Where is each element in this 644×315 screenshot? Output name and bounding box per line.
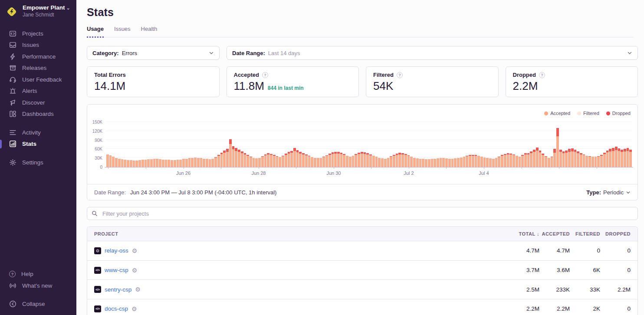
chart-bar[interactable]: [577, 151, 579, 167]
chart-bar[interactable]: [285, 154, 287, 167]
chart-bar[interactable]: [141, 160, 144, 167]
project-link-docs-csp[interactable]: docs-csp: [105, 305, 128, 312]
chart-bar[interactable]: [612, 148, 614, 167]
chart-bar[interactable]: [629, 150, 632, 167]
chart-bar[interactable]: [322, 157, 325, 167]
chart-bar[interactable]: [565, 151, 568, 167]
sidebar-item-releases[interactable]: Releases: [0, 62, 76, 74]
chart-bar[interactable]: [253, 158, 255, 167]
chart-bar[interactable]: [174, 160, 176, 167]
chart-bar[interactable]: [398, 153, 401, 167]
chart-bar[interactable]: [585, 156, 588, 167]
chart-bars[interactable]: [106, 122, 631, 167]
chart-bar[interactable]: [533, 150, 536, 167]
chart-bar[interactable]: [519, 157, 521, 167]
chart-bar[interactable]: [583, 154, 585, 167]
chart-bar[interactable]: [559, 150, 562, 167]
chart-bar[interactable]: [364, 152, 366, 167]
chart-bar[interactable]: [296, 150, 299, 167]
chart-bar[interactable]: [387, 158, 390, 167]
chart-bar[interactable]: [194, 158, 197, 167]
chart-bar[interactable]: [591, 157, 594, 167]
chart-bar[interactable]: [556, 128, 559, 167]
chart-bar[interactable]: [442, 158, 445, 167]
project-link-relay-oss[interactable]: relay-oss: [105, 247, 128, 254]
sidebar-item-help[interactable]: ?Help: [0, 269, 76, 280]
chart-bar[interactable]: [206, 159, 208, 167]
chart-bar[interactable]: [150, 159, 153, 167]
chart-bar[interactable]: [279, 157, 281, 167]
chart-bar[interactable]: [553, 149, 556, 167]
chart-bar[interactable]: [460, 158, 463, 167]
chart-bar[interactable]: [244, 153, 246, 167]
chart-bar[interactable]: [165, 160, 168, 167]
chart-bar[interactable]: [302, 153, 305, 167]
column-header-filtered[interactable]: FILTERED: [570, 231, 600, 236]
chart-bar[interactable]: [261, 156, 264, 167]
chart-bar[interactable]: [477, 156, 480, 167]
chart-bar[interactable]: [627, 148, 629, 167]
chart-bar[interactable]: [288, 152, 290, 167]
chart-bar[interactable]: [513, 154, 515, 167]
sidebar-item-projects[interactable]: Projects: [0, 28, 76, 39]
chart-bar[interactable]: [191, 158, 194, 167]
chart-bar[interactable]: [463, 157, 466, 167]
sidebar-item-what-s-new[interactable]: What's new: [0, 280, 76, 292]
chart-bar[interactable]: [375, 157, 378, 167]
chart-bar[interactable]: [127, 160, 129, 167]
chart-bar[interactable]: [229, 139, 232, 167]
usage-chart[interactable]: AcceptedFilteredDropped 030K60K90K120K15…: [87, 105, 637, 184]
chart-bar[interactable]: [384, 159, 387, 167]
chart-bar[interactable]: [530, 151, 532, 167]
chart-bar[interactable]: [273, 155, 276, 167]
tab-health[interactable]: Health: [141, 26, 158, 37]
chart-bar[interactable]: [434, 159, 436, 167]
chart-bar[interactable]: [422, 159, 424, 167]
chart-bar[interactable]: [390, 156, 392, 167]
chart-bar[interactable]: [509, 154, 512, 167]
chart-bar[interactable]: [545, 156, 547, 167]
category-select[interactable]: Category: Errors: [87, 46, 220, 60]
chart-bar[interactable]: [501, 155, 503, 167]
chart-bar[interactable]: [246, 155, 249, 167]
sidebar-item-alerts[interactable]: Alerts: [0, 85, 76, 97]
chart-bar[interactable]: [267, 153, 269, 167]
chart-bar[interactable]: [624, 149, 626, 167]
sidebar-item-dashboards[interactable]: Dashboards: [0, 108, 76, 120]
sidebar-collapse-button[interactable]: Collapse: [0, 299, 76, 310]
chart-bar[interactable]: [571, 148, 574, 167]
chart-bar[interactable]: [597, 156, 600, 167]
chart-bar[interactable]: [480, 157, 483, 167]
chart-bar[interactable]: [305, 154, 308, 167]
chart-bar[interactable]: [159, 159, 161, 167]
column-header-project[interactable]: PROJECT: [87, 231, 498, 236]
chart-bar[interactable]: [437, 158, 439, 167]
chart-bar[interactable]: [238, 150, 240, 167]
project-link-sentry-csp[interactable]: sentry-csp: [105, 286, 131, 293]
chart-bar[interactable]: [226, 149, 229, 167]
sidebar-item-issues[interactable]: Issues: [0, 39, 76, 51]
chart-bar[interactable]: [311, 157, 313, 167]
chart-bar[interactable]: [498, 157, 500, 167]
chart-bar[interactable]: [562, 151, 565, 167]
chart-bar[interactable]: [179, 160, 182, 167]
chart-bar[interactable]: [372, 156, 375, 167]
chart-bar[interactable]: [112, 157, 115, 167]
chart-bar[interactable]: [276, 156, 279, 167]
chart-bar[interactable]: [393, 155, 395, 167]
chart-bar[interactable]: [454, 158, 457, 167]
chart-bar[interactable]: [235, 148, 237, 167]
chart-bar[interactable]: [355, 154, 357, 167]
chart-bar[interactable]: [282, 156, 284, 167]
sidebar-item-discover[interactable]: Discover: [0, 97, 76, 108]
chart-bar[interactable]: [346, 156, 348, 167]
chart-bar[interactable]: [396, 154, 398, 167]
chart-bar[interactable]: [147, 159, 150, 167]
chart-bar[interactable]: [223, 151, 226, 167]
chart-bar[interactable]: [609, 149, 611, 167]
chart-bar[interactable]: [349, 157, 352, 167]
sidebar-item-settings[interactable]: Settings: [0, 157, 76, 168]
sidebar-item-stats[interactable]: Stats: [0, 138, 76, 150]
chart-bar[interactable]: [524, 153, 527, 167]
chart-bar[interactable]: [445, 158, 448, 167]
